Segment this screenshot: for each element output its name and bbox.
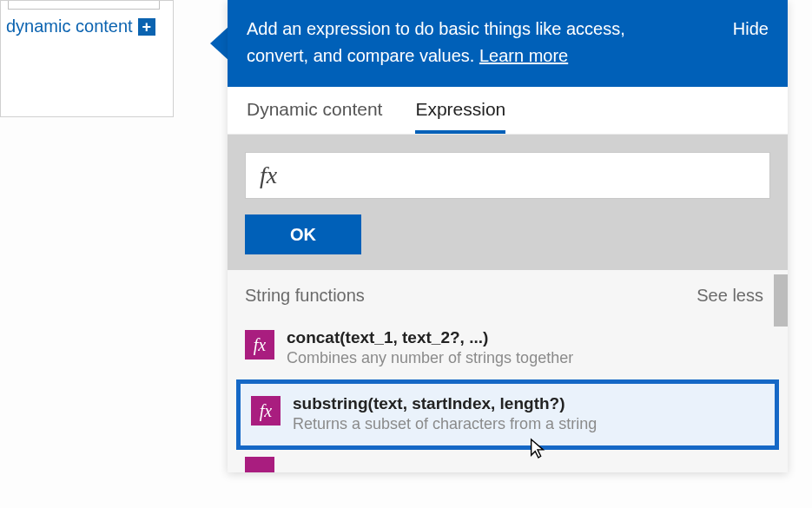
expression-editor-area: fx OK — [228, 135, 788, 270]
section-title: String functions — [245, 286, 365, 306]
function-list: String functions See less fx concat(text… — [228, 270, 788, 472]
banner-message: Add an expression to do basic things lik… — [247, 19, 625, 65]
fx-icon — [245, 457, 274, 472]
scrollbar[interactable] — [774, 274, 788, 327]
function-text: concat(text_1, text_2?, ...) Combines an… — [287, 328, 770, 367]
function-item-partial[interactable] — [228, 450, 788, 472]
expression-input[interactable]: fx — [245, 152, 770, 199]
dynamic-content-label: dynamic content — [6, 16, 133, 36]
flyout-arrow — [210, 26, 229, 61]
ok-button[interactable]: OK — [245, 214, 361, 254]
learn-more-link[interactable]: Learn more — [479, 46, 568, 65]
add-dynamic-content-icon[interactable]: + — [138, 18, 155, 36]
fx-icon: fx — [260, 162, 277, 189]
function-title: substring(text, startIndex, length?) — [293, 394, 764, 413]
hide-button[interactable]: Hide — [733, 16, 769, 39]
field-outline — [8, 1, 160, 10]
function-item-concat[interactable]: fx concat(text_1, text_2?, ...) Combines… — [228, 321, 788, 376]
fx-icon: fx — [245, 330, 274, 360]
info-banner: Add an expression to do basic things lik… — [228, 0, 788, 87]
tab-expression[interactable]: Expression — [415, 99, 505, 134]
dynamic-content-row[interactable]: dynamic content + — [6, 16, 155, 36]
fx-icon: fx — [251, 396, 281, 426]
see-less-toggle[interactable]: See less — [696, 286, 763, 306]
tab-dynamic-content[interactable]: Dynamic content — [247, 99, 382, 134]
function-text: substring(text, startIndex, length?) Ret… — [293, 394, 764, 433]
tab-bar: Dynamic content Expression — [228, 87, 788, 135]
function-desc: Combines any number of strings together — [287, 349, 770, 367]
function-title: concat(text_1, text_2?, ...) — [287, 328, 770, 347]
function-desc: Returns a subset of characters from a st… — [293, 415, 764, 433]
expression-flyout: Add an expression to do basic things lik… — [228, 0, 788, 472]
section-header-string-functions: String functions See less — [228, 270, 788, 321]
banner-text: Add an expression to do basic things lik… — [247, 16, 690, 69]
left-panel: dynamic content + — [0, 0, 174, 117]
function-item-substring[interactable]: fx substring(text, startIndex, length?) … — [241, 384, 775, 445]
function-item-substring-highlight: fx substring(text, startIndex, length?) … — [236, 379, 779, 450]
